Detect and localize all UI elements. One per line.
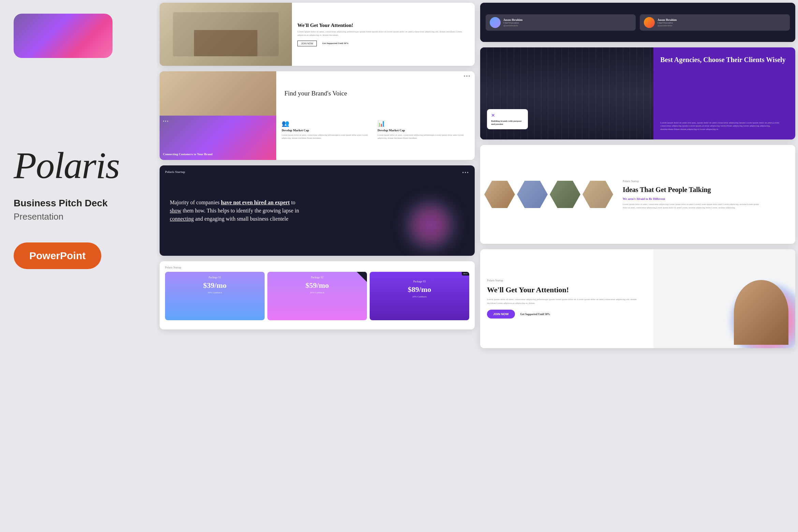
feature-1: 👥 Develop Market Cap Lorem ipsum dolor s… bbox=[282, 120, 373, 156]
powerpoint-badge[interactable]: PowerPoint bbox=[14, 242, 101, 269]
agencies-card-inset: ✕ Building brands with purpose and passi… bbox=[487, 109, 528, 129]
voice-img-left bbox=[160, 71, 276, 116]
slides-panel: We'll Get Your Attention! Lorem ipsum do… bbox=[157, 0, 798, 532]
profile2-handle: @jasonibrahim bbox=[657, 24, 677, 27]
profiles-inner: Jason Ibrahim Chief Executive @jasonibra… bbox=[480, 3, 795, 42]
dark-quote-text: Majority of companies have not even hire… bbox=[170, 198, 299, 223]
powerpoint-label: PowerPoint bbox=[29, 250, 86, 262]
slide-attention-bottom[interactable]: Polaris Startup We'll Get Your Attention… bbox=[480, 249, 795, 348]
profile2-name: Jason Ibrahim bbox=[657, 18, 677, 21]
slide-ideas[interactable]: Polaris Startup Ideas That Get People Ta… bbox=[480, 145, 795, 244]
join-now-button-top[interactable]: JOIN NOW bbox=[297, 41, 317, 46]
voice-title: Find your Brand's Voice bbox=[284, 90, 347, 97]
hex-2 bbox=[517, 181, 548, 208]
hex-3 bbox=[550, 181, 580, 208]
dark-polaris-label: Polaris Startup bbox=[165, 170, 185, 174]
package1-label: Package 01 bbox=[209, 276, 221, 279]
connecting-dots: ••• bbox=[163, 119, 169, 123]
left-slide-column: We'll Get Your Attention! Lorem ipsum do… bbox=[157, 0, 477, 396]
card-x-icon: ✕ bbox=[491, 113, 524, 118]
ideas-content: Polaris Startup Ideas That Get People Ta… bbox=[617, 145, 769, 244]
slide-agencies[interactable]: ✕ Building brands with purpose and passi… bbox=[480, 47, 795, 139]
voice-title-area: Find your Brand's Voice bbox=[276, 71, 475, 116]
dark-inner: Polaris Startup ••• Majority of companie… bbox=[160, 165, 475, 256]
card-inset-label: Building brands with purpose and passion bbox=[491, 120, 524, 126]
brand-description: Presentation bbox=[14, 211, 143, 222]
connecting-label: Connecting Customers to Your Brand bbox=[163, 152, 275, 157]
person-photo bbox=[734, 280, 788, 345]
ideas-title: Ideas That Get People Talking bbox=[623, 186, 763, 194]
support-label-bottom: Get Supported Until 50% bbox=[520, 313, 550, 316]
package3-price: $89/mo bbox=[408, 285, 431, 294]
feature1-body: Lorem ipsum dolor sit amet, consectetur … bbox=[282, 133, 373, 139]
agencies-inner: ✕ Building brands with purpose and passi… bbox=[480, 47, 795, 139]
avatar-1 bbox=[490, 17, 501, 28]
hex-4 bbox=[582, 181, 613, 208]
agencies-content: Best Agencies, Choose Their Clients Wise… bbox=[653, 47, 795, 139]
attention-body: Lorem ipsum dolor sit amet, consectetur … bbox=[297, 30, 469, 37]
price-card-2: BEST Package 02 $59/mo 20% Cashback bbox=[267, 272, 367, 320]
logo-gradient bbox=[14, 14, 113, 58]
price-card-1: Package 01 $39/mo 20% Cashback bbox=[165, 272, 265, 320]
dark-dots[interactable]: ••• bbox=[462, 170, 469, 176]
agencies-image: ✕ Building brands with purpose and passi… bbox=[480, 47, 653, 139]
ideas-polaris-label: Polaris Startup bbox=[623, 180, 763, 183]
attention-bottom-content: Polaris Startup We'll Get Your Attention… bbox=[480, 249, 653, 348]
pricing-polaris-label: Polaris Startup bbox=[165, 266, 469, 269]
attention-bottom-title: We'll Get Your Attention! bbox=[487, 285, 647, 294]
voice-purple-section: ••• Connecting Customers to Your Brand bbox=[160, 116, 276, 160]
slide-pricing[interactable]: Polaris Startup Package 01 $39/mo 20% Ca… bbox=[160, 261, 475, 329]
ideas-body: Lorem ipsum dolor sit amet, consectetur … bbox=[623, 203, 763, 209]
price-card-3: BEST Package 03 $89/mo 20% Cashback bbox=[370, 272, 469, 320]
pricing-inner: Polaris Startup Package 01 $39/mo 20% Ca… bbox=[160, 261, 475, 329]
agencies-title: Best Agencies, Choose Their Clients Wise… bbox=[660, 56, 788, 64]
brand-subtitle: Business Pitch Deck bbox=[14, 198, 143, 209]
package1-cashback: 20% Cashback bbox=[208, 291, 222, 294]
attention-bottom-polaris-label: Polaris Startup bbox=[487, 279, 647, 282]
avatar-2 bbox=[644, 17, 655, 28]
left-panel: Polaris Business Pitch Deck Presentation… bbox=[0, 0, 157, 532]
agencies-body: Lorem ipsum dolor sit amet eros quis, ip… bbox=[660, 121, 788, 131]
profile2-title: Chief Executive bbox=[657, 21, 677, 24]
glow-decoration bbox=[407, 201, 454, 249]
profile-card-1: Jason Ibrahim Chief Executive @jasonibra… bbox=[486, 14, 636, 31]
package2-cashback: 20% Cashback bbox=[310, 291, 324, 294]
right-slide-column: Jason Ibrahim Chief Executive @jasonibra… bbox=[477, 0, 798, 396]
profile1-handle: @jasonibrahim bbox=[503, 24, 522, 27]
feature2-body: Lorem ipsum dolor sit amet, consectetur … bbox=[378, 133, 469, 139]
profile-info-2: Jason Ibrahim Chief Executive @jasonibra… bbox=[657, 18, 677, 27]
slide-dark-quote[interactable]: Polaris Startup ••• Majority of companie… bbox=[160, 165, 475, 256]
attention-title: We'll Get Your Attention! bbox=[297, 22, 469, 28]
pricing-cards-container: Package 01 $39/mo 20% Cashback BEST Pack… bbox=[165, 272, 469, 320]
attention-bottom-body: Lorem ipsum dolor sit amet, consectetur … bbox=[487, 298, 647, 305]
attention-bottom-image bbox=[653, 249, 795, 348]
package2-price: $59/mo bbox=[306, 281, 329, 290]
package3-cashback: 20% Cashback bbox=[412, 295, 427, 298]
package2-label: Package 02 bbox=[311, 276, 324, 279]
profile1-name: Jason Ibrahim bbox=[503, 18, 522, 21]
ideas-highlight: We aren't Afraid to Be Different bbox=[623, 197, 763, 201]
profile-card-2: Jason Ibrahim Chief Executive @jasonibra… bbox=[640, 14, 790, 31]
hex-1 bbox=[484, 181, 515, 208]
ideas-inner: Polaris Startup Ideas That Get People Ta… bbox=[480, 145, 795, 244]
brand-name: Polaris bbox=[14, 147, 143, 184]
slide-menu-dots[interactable] bbox=[464, 75, 470, 77]
attention-image bbox=[160, 3, 292, 66]
slide-brand-voice[interactable]: Find your Brand's Voice ••• Connecting C… bbox=[160, 71, 475, 160]
voice-features: 👥 Develop Market Cap Lorem ipsum dolor s… bbox=[276, 116, 475, 160]
hexagon-area bbox=[480, 145, 617, 244]
profile1-title: Chief Executive bbox=[503, 21, 522, 24]
attention-bottom-inner: Polaris Startup We'll Get Your Attention… bbox=[480, 249, 795, 348]
profile-info-1: Jason Ibrahim Chief Executive @jasonibra… bbox=[503, 18, 522, 27]
support-label-top: Get Supported Until 50% bbox=[322, 42, 349, 45]
best-badge-2: BEST bbox=[462, 272, 469, 276]
slide-attention-top[interactable]: We'll Get Your Attention! Lorem ipsum do… bbox=[160, 3, 475, 66]
package1-price: $39/mo bbox=[203, 281, 226, 290]
feature1-title: Develop Market Cap bbox=[282, 129, 373, 132]
join-now-button-bottom[interactable]: JOIN NOW bbox=[487, 310, 515, 319]
slide-profiles[interactable]: Jason Ibrahim Chief Executive @jasonibra… bbox=[480, 3, 795, 42]
feature2-title: Develop Market Cap bbox=[378, 129, 469, 132]
feature2-icon: 📊 bbox=[378, 120, 469, 127]
package3-label: Package 03 bbox=[413, 280, 426, 283]
feature1-icon: 👥 bbox=[282, 120, 373, 127]
